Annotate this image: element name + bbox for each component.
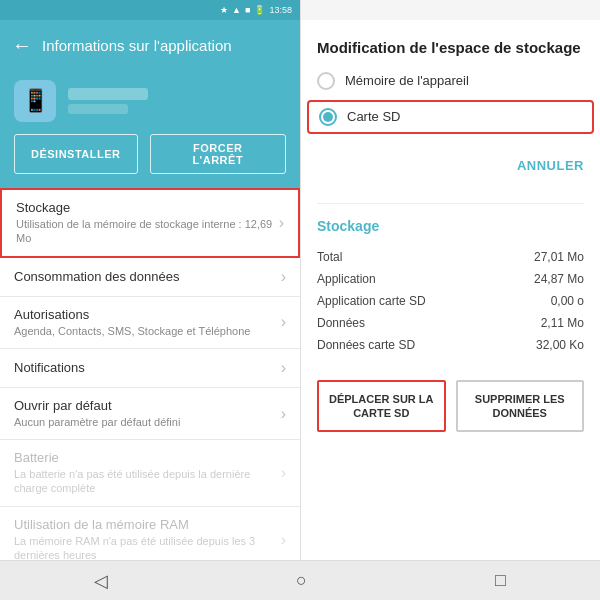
move-to-sd-button[interactable]: DÉPLACER SUR LACARTE SD xyxy=(317,380,446,433)
chevron-icon: › xyxy=(281,268,286,286)
data-sd-key: Données carte SD xyxy=(317,338,415,352)
storage-change-title: Modification de l'espace de stockage xyxy=(317,38,584,58)
settings-list: Stockage Utilisation de la mémoire de st… xyxy=(0,188,300,600)
radio-circle-device xyxy=(317,72,335,90)
bluetooth-icon: ★ xyxy=(220,5,228,15)
chevron-icon: › xyxy=(281,531,286,549)
app-info-section: 📱 xyxy=(0,70,300,134)
uninstall-button[interactable]: DÉSINSTALLER xyxy=(14,134,138,174)
storage-sub: Utilisation de la mémoire de stockage in… xyxy=(16,217,279,246)
chevron-icon: › xyxy=(281,313,286,331)
action-buttons-row: DÉPLACER SUR LACARTE SD SUPPRIMER LESDON… xyxy=(301,366,600,433)
app-val: 24,87 Mo xyxy=(534,272,584,286)
total-key: Total xyxy=(317,250,342,264)
storage-title: Stockage xyxy=(16,200,279,215)
delete-data-button[interactable]: SUPPRIMER LESDONNÉES xyxy=(456,380,585,433)
permissions-sub: Agenda, Contacts, SMS, Stockage et Télép… xyxy=(14,324,250,338)
wifi-icon: ▲ xyxy=(232,5,241,15)
battery-item: Batterie La batterie n'a pas été utilisé… xyxy=(0,440,300,507)
data-sd-row: Données carte SD 32,00 Ko xyxy=(317,334,584,356)
data-usage-title: Consommation des données xyxy=(14,269,180,284)
signal-icon: ■ xyxy=(245,5,250,15)
app-icon: 📱 xyxy=(14,80,56,122)
right-top-spacer xyxy=(301,0,600,20)
permissions-title: Autorisations xyxy=(14,307,250,322)
home-nav-icon[interactable]: ○ xyxy=(296,570,307,591)
default-sub: Aucun paramètre par défaut défini xyxy=(14,415,180,429)
storage-item[interactable]: Stockage Utilisation de la mémoire de st… xyxy=(0,188,300,258)
storage-change-section: Modification de l'espace de stockage Mém… xyxy=(301,20,600,148)
page-title: Informations sur l'application xyxy=(42,37,232,54)
app-version xyxy=(68,104,128,114)
app-sd-key: Application carte SD xyxy=(317,294,426,308)
app-sd-val: 0,00 o xyxy=(551,294,584,308)
top-bar: ← Informations sur l'application xyxy=(0,20,300,70)
notifications-item[interactable]: Notifications › xyxy=(0,349,300,388)
battery-sub: La batterie n'a pas été utilisée depuis … xyxy=(14,467,281,496)
permissions-item[interactable]: Autorisations Agenda, Contacts, SMS, Sto… xyxy=(0,297,300,349)
data-sd-val: 32,00 Ko xyxy=(536,338,584,352)
chevron-icon: › xyxy=(279,214,284,232)
default-title: Ouvrir par défaut xyxy=(14,398,180,413)
back-button[interactable]: ← xyxy=(12,34,32,57)
radio-label-device: Mémoire de l'appareil xyxy=(345,73,469,88)
navigation-bar: ◁ ○ □ xyxy=(0,560,600,600)
status-bar: ★ ▲ ■ 🔋 13:58 xyxy=(0,0,300,20)
storage-info-section: Stockage Total 27,01 Mo Application 24,8… xyxy=(301,204,600,366)
app-key: Application xyxy=(317,272,376,286)
app-row: Application 24,87 Mo xyxy=(317,268,584,290)
data-val: 2,11 Mo xyxy=(541,316,584,330)
radio-sd-card[interactable]: Carte SD xyxy=(307,100,594,134)
chevron-icon: › xyxy=(281,359,286,377)
force-stop-button[interactable]: FORCER L'ARRÊT xyxy=(150,134,286,174)
chevron-icon: › xyxy=(281,405,286,423)
left-panel: ★ ▲ ■ 🔋 13:58 ← Informations sur l'appli… xyxy=(0,0,300,600)
radio-label-sd: Carte SD xyxy=(347,109,400,124)
storage-info-title: Stockage xyxy=(317,218,584,234)
app-name xyxy=(68,88,148,100)
recent-nav-icon[interactable]: □ xyxy=(495,570,506,591)
app-sd-row: Application carte SD 0,00 o xyxy=(317,290,584,312)
ram-sub: La mémoire RAM n'a pas été utilisée depu… xyxy=(14,534,281,563)
spacer xyxy=(301,183,600,203)
back-nav-icon[interactable]: ◁ xyxy=(94,570,108,592)
annuler-row: ANNULER xyxy=(301,148,600,183)
ram-title: Utilisation de la mémoire RAM xyxy=(14,517,281,532)
battery-icon: 🔋 xyxy=(254,5,265,15)
annuler-button[interactable]: ANNULER xyxy=(517,158,584,173)
data-row: Données 2,11 Mo xyxy=(317,312,584,334)
total-val: 27,01 Mo xyxy=(534,250,584,264)
right-panel: Modification de l'espace de stockage Mém… xyxy=(300,0,600,600)
total-row: Total 27,01 Mo xyxy=(317,246,584,268)
time-display: 13:58 xyxy=(269,5,292,15)
default-item[interactable]: Ouvrir par défaut Aucun paramètre par dé… xyxy=(0,388,300,440)
battery-title: Batterie xyxy=(14,450,281,465)
radio-device-memory[interactable]: Mémoire de l'appareil xyxy=(317,72,584,90)
radio-circle-sd xyxy=(319,108,337,126)
notifications-title: Notifications xyxy=(14,360,85,375)
action-buttons-section: DÉSINSTALLER FORCER L'ARRÊT xyxy=(0,134,300,188)
data-key: Données xyxy=(317,316,365,330)
data-usage-item[interactable]: Consommation des données › xyxy=(0,258,300,297)
radio-group: Mémoire de l'appareil Carte SD xyxy=(317,72,584,134)
chevron-icon: › xyxy=(281,464,286,482)
